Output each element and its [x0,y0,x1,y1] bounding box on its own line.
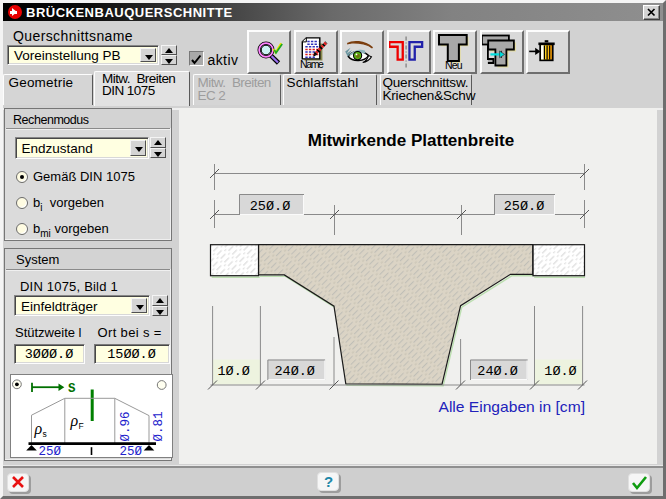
svg-text:ρ: ρ [69,412,78,430]
svg-text:1Ø.Ø: 1Ø.Ø [544,364,576,379]
svg-text:25Ø: 25Ø [38,445,61,458]
svg-text:Neu: Neu [445,59,463,71]
svg-text:F: F [78,421,83,431]
svg-text:ρ: ρ [33,420,42,438]
svg-text:Name: Name [300,58,324,70]
svg-text:?: ? [324,473,333,490]
svg-text:24Ø.Ø: 24Ø.Ø [477,364,518,379]
svg-text:25Ø: 25Ø [119,445,142,458]
svg-text:24Ø.Ø: 24Ø.Ø [274,364,315,379]
svg-text:25Ø.Ø: 25Ø.Ø [504,199,545,214]
svg-text:25Ø.Ø: 25Ø.Ø [250,199,291,214]
svg-text:S: S [68,382,76,396]
svg-text:1Ø.Ø: 1Ø.Ø [217,364,249,379]
svg-text:Ø.81: Ø.81 [152,411,166,441]
svg-text:Ø.96: Ø.96 [118,411,132,441]
svg-text:s: s [42,429,46,439]
svg-text:Mitwirkende Plattenbreite: Mitwirkende Plattenbreite [308,132,515,149]
svg-text:Alle Eingaben in [cm]: Alle Eingaben in [cm] [439,398,586,415]
